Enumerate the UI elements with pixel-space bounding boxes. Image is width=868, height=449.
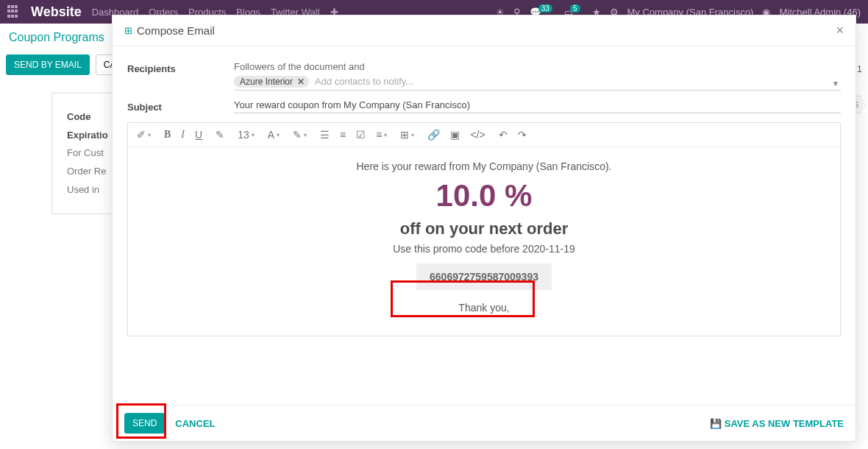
magic-wand-icon[interactable]: ✐▾ xyxy=(137,129,151,141)
email-intro: Here is your reward from My Company (San… xyxy=(143,160,825,172)
checklist-icon[interactable]: ☑ xyxy=(356,129,366,141)
save-as-template-label: SAVE AS NEW TEMPLATE xyxy=(725,418,844,429)
italic-icon[interactable]: I xyxy=(181,129,185,141)
align-icon[interactable]: ≡▾ xyxy=(376,129,387,141)
recipients-label: Recipients xyxy=(127,61,234,91)
cancel-button[interactable]: CANCEL xyxy=(175,418,215,429)
modal-header: ⊞ Compose Email × xyxy=(113,15,855,46)
modal-body: Recipients Followers of the document and… xyxy=(113,46,855,405)
remove-format-icon[interactable]: ✎ xyxy=(216,129,224,141)
modal-title: Compose Email xyxy=(137,24,215,37)
recipient-tag-label: Azure Interior xyxy=(240,77,293,87)
unordered-list-icon[interactable]: ☰ xyxy=(320,129,330,141)
remove-tag-icon[interactable]: ✕ xyxy=(297,77,305,87)
recipient-tag[interactable]: Azure Interior ✕ xyxy=(234,76,309,88)
compose-email-modal: ⊞ Compose Email × Recipients Followers o… xyxy=(112,15,856,442)
save-as-template-button[interactable]: 💾 SAVE AS NEW TEMPLATE xyxy=(710,418,844,429)
undo-icon[interactable]: ↶ xyxy=(499,129,508,141)
discount-percent: 10.0 % xyxy=(143,178,825,213)
highlight-icon[interactable]: ✎▾ xyxy=(293,129,307,141)
font-size-picker[interactable]: 13▾ xyxy=(238,129,255,141)
ordered-list-icon[interactable]: ≡ xyxy=(340,129,346,141)
recipients-field[interactable]: Followers of the document and Azure Inte… xyxy=(234,61,841,91)
recipients-placeholder: Add contacts to notify... xyxy=(315,76,413,87)
bug-icon[interactable]: ⊞ xyxy=(124,25,132,36)
modal-footer: SEND CANCEL 💾 SAVE AS NEW TEMPLATE xyxy=(113,405,855,441)
send-button[interactable]: SEND xyxy=(124,413,165,434)
promo-code-box: 6606972759587009393 xyxy=(416,264,552,290)
promo-code: 6606972759587009393 xyxy=(416,264,552,290)
chevron-down-icon[interactable]: ▼ xyxy=(832,79,839,88)
font-size-value: 13 xyxy=(238,129,249,141)
save-icon: 💾 xyxy=(710,418,722,429)
code-icon[interactable]: </> xyxy=(470,129,485,141)
font-color-label: A xyxy=(268,129,274,141)
link-icon[interactable]: 🔗 xyxy=(427,129,440,141)
email-body[interactable]: Here is your reward from My Company (San… xyxy=(128,147,840,336)
subject-row: Subject Your reward coupon from My Compa… xyxy=(127,99,841,113)
table-icon[interactable]: ⊞▾ xyxy=(400,129,414,141)
subject-input[interactable]: Your reward coupon from My Company (San … xyxy=(234,99,841,113)
editor-toolbar: ✐▾ B I U ✎ 13▾ A▾ ✎▾ ☰ ≡ ☑ ≡▾ ⊞▾ 🔗 xyxy=(128,123,840,147)
text-color-icon[interactable]: A▾ xyxy=(268,129,280,141)
close-icon[interactable]: × xyxy=(836,23,844,38)
subject-label: Subject xyxy=(127,99,234,113)
thank-you-text: Thank you, xyxy=(143,302,825,314)
use-before-text: Use this promo code before 2020-11-19 xyxy=(143,243,825,255)
rich-text-editor: ✐▾ B I U ✎ 13▾ A▾ ✎▾ ☰ ≡ ☑ ≡▾ ⊞▾ 🔗 xyxy=(127,122,841,336)
underline-icon[interactable]: U xyxy=(195,129,202,141)
subject-value: Your reward coupon from My Company (San … xyxy=(234,99,470,110)
bold-icon[interactable]: B xyxy=(164,129,171,141)
followers-text: Followers of the document and xyxy=(234,61,841,72)
image-icon[interactable]: ▣ xyxy=(450,129,460,141)
off-text: off on your next order xyxy=(143,219,825,238)
recipients-row: Recipients Followers of the document and… xyxy=(127,61,841,91)
redo-icon[interactable]: ↷ xyxy=(518,129,527,141)
